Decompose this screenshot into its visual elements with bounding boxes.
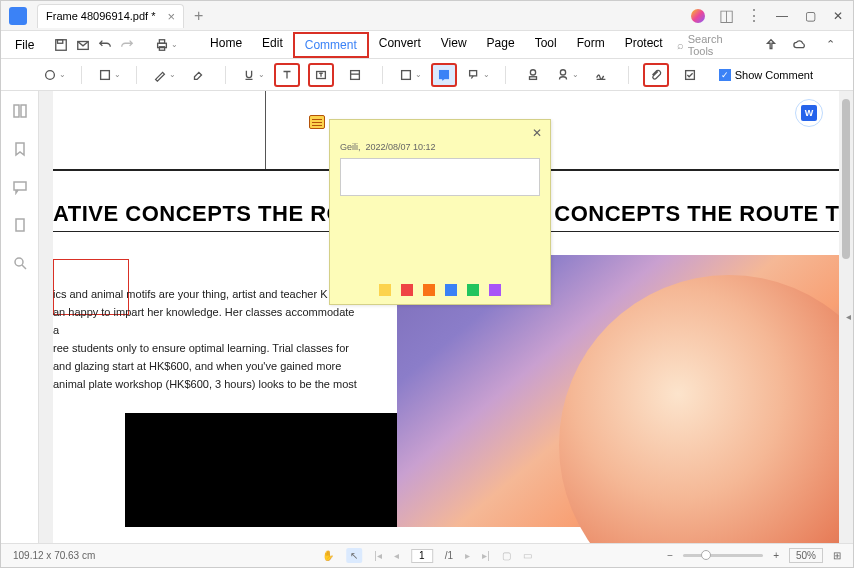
word-icon: W (801, 105, 817, 121)
underline-tool[interactable] (240, 63, 266, 87)
shape-tool[interactable] (397, 63, 423, 87)
fullscreen-icon[interactable]: ⊞ (833, 550, 841, 561)
fit-page-icon[interactable]: ▢ (502, 550, 511, 561)
color-swatch-blue[interactable] (445, 284, 457, 296)
save-icon[interactable] (52, 36, 70, 54)
page-number-input[interactable] (411, 549, 433, 563)
profile-icon[interactable] (691, 9, 705, 23)
tab-protect[interactable]: Protect (615, 32, 673, 58)
pointer-cursor-icon[interactable]: ↖ (346, 548, 362, 563)
collapse-right-icon[interactable]: ◂ (846, 311, 851, 322)
hand-cursor-icon[interactable]: ✋ (322, 550, 334, 561)
attachments-panel-icon[interactable] (12, 217, 28, 233)
cloud-icon[interactable] (792, 36, 810, 54)
sticky-meta: Geili, 2022/08/07 10:12 (330, 142, 550, 152)
color-swatch-orange[interactable] (423, 284, 435, 296)
hand-tool[interactable] (41, 63, 67, 87)
svg-point-21 (15, 258, 23, 266)
checkbox-icon: ✓ (719, 69, 731, 81)
svg-rect-11 (440, 70, 449, 78)
zoom-slider[interactable] (683, 554, 763, 557)
document-tab[interactable]: Frame 48096914.pdf * × (37, 4, 184, 28)
svg-rect-18 (21, 105, 26, 117)
redo-icon[interactable] (118, 36, 136, 54)
tab-view[interactable]: View (431, 32, 477, 58)
notification-icon[interactable]: ◫ (719, 9, 733, 23)
last-page-icon[interactable]: ▸| (482, 550, 490, 561)
print-icon[interactable] (153, 36, 171, 54)
search-icon: ⌕ (677, 39, 684, 51)
zoom-in-icon[interactable]: + (773, 550, 779, 561)
search-panel-icon[interactable] (12, 255, 28, 271)
tab-title: Frame 48096914.pdf * (46, 10, 155, 22)
menubar: File ⌄ Home Edit Comment Convert View Pa… (1, 31, 853, 59)
svg-rect-10 (401, 70, 410, 79)
color-swatch-yellow[interactable] (379, 284, 391, 296)
mail-icon[interactable] (74, 36, 92, 54)
first-page-icon[interactable]: |◂ (374, 550, 382, 561)
page-total: /1 (445, 550, 453, 561)
statusbar: 109.12 x 70.63 cm ✋ ↖ |◂ ◂ /1 ▸ ▸| ▢ ▭ −… (1, 543, 853, 567)
signature-tool[interactable] (554, 63, 580, 87)
tab-comment[interactable]: Comment (293, 32, 369, 58)
tab-convert[interactable]: Convert (369, 32, 431, 58)
scroll-thumb[interactable] (842, 99, 850, 259)
callout-tool[interactable] (465, 63, 491, 87)
svg-rect-12 (469, 70, 476, 75)
text-tool[interactable] (274, 63, 300, 87)
color-swatch-purple[interactable] (489, 284, 501, 296)
svg-rect-4 (160, 39, 165, 43)
tab-home[interactable]: Home (200, 32, 252, 58)
zoom-level[interactable]: 50% (789, 548, 823, 563)
tab-form[interactable]: Form (567, 32, 615, 58)
kebab-menu-icon[interactable]: ⋮ (747, 9, 761, 23)
left-sidebar (1, 91, 39, 543)
prev-page-icon[interactable]: ◂ (394, 550, 399, 561)
stamp-tool[interactable] (520, 63, 546, 87)
zoom-knob[interactable] (701, 550, 711, 560)
tab-page[interactable]: Page (477, 32, 525, 58)
tab-tool[interactable]: Tool (525, 32, 567, 58)
show-comment-toggle[interactable]: ✓ Show Comment (719, 69, 813, 81)
expand-icon[interactable]: ⌃ (821, 36, 839, 54)
app-icon (9, 7, 27, 25)
minimize-button[interactable]: — (775, 9, 789, 23)
svg-rect-14 (530, 76, 537, 79)
sticky-text-input[interactable] (340, 158, 540, 196)
color-swatch-red[interactable] (401, 284, 413, 296)
pencil-tool[interactable] (151, 63, 177, 87)
sign-tool[interactable] (588, 63, 614, 87)
word-export-button[interactable]: W (795, 99, 823, 127)
checkbox-tool[interactable] (677, 63, 703, 87)
textbox-tool[interactable] (308, 63, 334, 87)
color-swatch-green[interactable] (467, 284, 479, 296)
maximize-button[interactable]: ▢ (803, 9, 817, 23)
bookmark-icon[interactable] (12, 141, 28, 157)
sticky-color-palette (330, 284, 550, 296)
page-guide (265, 91, 266, 169)
sticky-close-icon[interactable]: ✕ (532, 126, 542, 140)
svg-rect-9 (351, 70, 360, 79)
new-tab-button[interactable]: + (194, 7, 203, 25)
share-icon[interactable] (762, 36, 780, 54)
fit-width-icon[interactable]: ▭ (523, 550, 532, 561)
sticky-note-tool[interactable] (431, 63, 457, 87)
eraser-tool[interactable] (185, 63, 211, 87)
svg-rect-5 (160, 46, 165, 50)
next-page-icon[interactable]: ▸ (465, 550, 470, 561)
tab-edit[interactable]: Edit (252, 32, 293, 58)
close-window-button[interactable]: ✕ (831, 9, 845, 23)
note-tool[interactable] (96, 63, 122, 87)
note-annotation-icon[interactable] (309, 115, 325, 129)
zoom-out-icon[interactable]: − (667, 550, 673, 561)
tab-close-icon[interactable]: × (167, 9, 175, 24)
undo-icon[interactable] (96, 36, 114, 54)
area-highlight-tool[interactable] (342, 63, 368, 87)
comments-icon[interactable] (12, 179, 28, 195)
file-menu[interactable]: File (15, 38, 34, 52)
thumbnails-icon[interactable] (12, 103, 28, 119)
sticky-note-popup[interactable]: ✕ Geili, 2022/08/07 10:12 (329, 119, 551, 305)
show-comment-label: Show Comment (735, 69, 813, 81)
attachment-tool[interactable] (643, 63, 669, 87)
search-tools[interactable]: ⌕ Search Tools (677, 33, 750, 57)
